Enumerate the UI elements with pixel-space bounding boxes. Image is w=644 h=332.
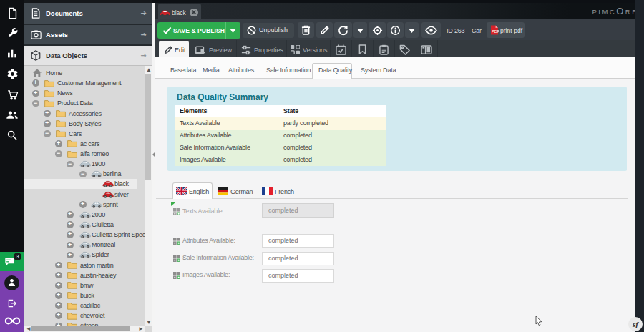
svg-text:PDF: PDF: [492, 29, 499, 34]
